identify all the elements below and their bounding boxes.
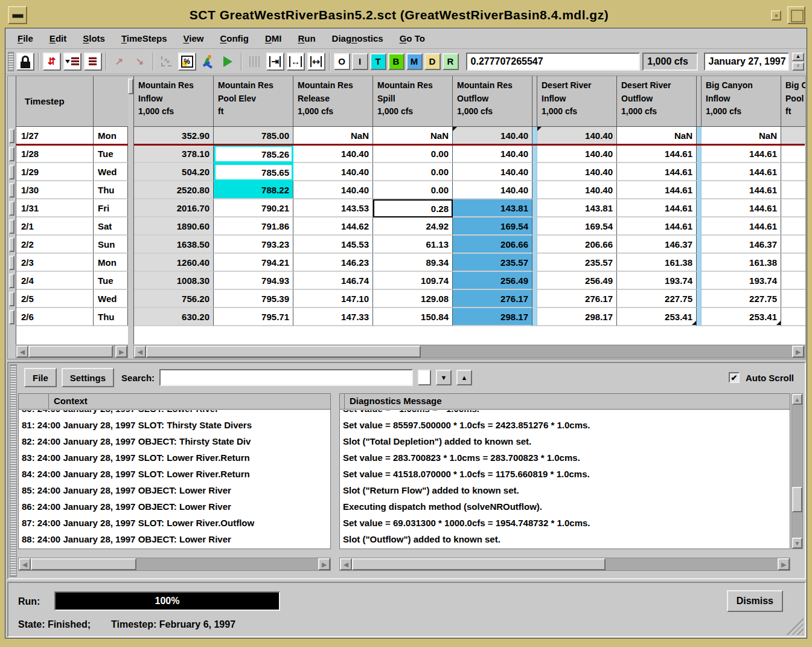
pane-splitter[interactable] [128, 76, 133, 359]
value-cell[interactable]: 140.40 [537, 163, 617, 181]
column-header-mountain-res-spill[interactable]: Mountain ResSpill1,000 cfs [373, 76, 453, 126]
value-cell[interactable]: NaN [702, 127, 781, 145]
auto-scroll-checkbox[interactable]: ✔ [729, 372, 740, 383]
value-cell[interactable]: 0 [781, 127, 805, 145]
value-cell[interactable]: 352.90 [134, 127, 214, 145]
value-cell[interactable]: 140.40 [453, 145, 532, 163]
dismiss-button[interactable]: Dismiss [727, 590, 783, 612]
column-header-mountain-res-inflow[interactable]: Mountain ResInflow1,000 cfs [134, 76, 214, 126]
value-cell[interactable]: 140.40 [293, 145, 373, 163]
column-header-big-canyon-pool-elev[interactable]: Big CanyonPool Elevft [781, 76, 805, 126]
value-cell[interactable]: NaN [373, 127, 453, 145]
value-cell[interactable]: 143.81 [453, 199, 532, 217]
scroll-right-icon[interactable]: ▶ [318, 558, 330, 570]
scroll-left-icon[interactable]: ◀ [19, 558, 31, 570]
row-handle[interactable] [9, 237, 14, 252]
value-cell[interactable]: 0.00 [373, 145, 453, 163]
timestep-day-cell[interactable]: Fri [94, 199, 128, 217]
value-cell[interactable]: 140.40 [537, 145, 617, 163]
data-hscrollbar[interactable]: ◀ ▶ [133, 345, 805, 358]
value-cell[interactable]: 169.54 [453, 217, 532, 236]
timestep-hscrollbar[interactable]: ◀ ▶ [16, 345, 128, 358]
lock-button[interactable] [16, 53, 34, 71]
timestep-date-cell[interactable]: 2/1 [16, 217, 94, 236]
resize-all-columns-button[interactable]: ⇿ [307, 53, 325, 71]
value-cell[interactable]: 144.61 [702, 199, 781, 217]
value-cell[interactable]: 0.00 [373, 163, 453, 181]
menu-item-config[interactable]: Config [220, 33, 249, 43]
window-menu-button[interactable] [8, 6, 27, 24]
menu-item-diagnostics[interactable]: Diagnostics [332, 33, 383, 43]
value-cell[interactable]: 144.61 [702, 145, 781, 163]
row-handle[interactable] [9, 292, 14, 306]
value-cell[interactable]: 0 [781, 217, 805, 236]
value-cell[interactable]: 1890.60 [134, 217, 214, 236]
message-hscrollbar[interactable]: ◀ ▶ [339, 558, 790, 571]
scroll-thumb[interactable] [146, 346, 421, 358]
timestep-day-cell[interactable]: Mon [94, 127, 128, 145]
value-cell[interactable]: 0 [781, 199, 805, 217]
message-line[interactable]: Slot ("Total Depletion") added to known … [343, 433, 790, 449]
context-line[interactable]: 87: 24:00 January 28, 1997 SLOT: Lower R… [22, 515, 330, 531]
context-line[interactable]: 81: 24:00 January 28, 1997 SLOT: Thirsty… [22, 417, 330, 433]
value-cell[interactable]: 206.66 [453, 236, 532, 254]
timestep-date-cell[interactable]: 2/5 [16, 290, 94, 308]
timestep-day-cell[interactable]: Thu [94, 308, 128, 326]
value-cell[interactable]: 256.49 [537, 272, 617, 290]
message-line[interactable]: ------ Simulation RUN FINISHED ------ [343, 547, 790, 549]
column-header-desert-river-outflow[interactable]: Desert RiverOutflow1,000 cfs [617, 76, 697, 126]
value-cell[interactable]: 794.93 [214, 272, 293, 290]
value-cell[interactable]: 0.00 [373, 181, 453, 199]
value-cell[interactable]: 144.61 [617, 217, 697, 236]
value-cell[interactable]: 144.61 [617, 199, 697, 217]
context-line[interactable]: 85: 24:00 January 28, 1997 OBJECT: Lower… [22, 482, 330, 498]
value-cell[interactable]: 146.23 [293, 254, 373, 272]
expand-button[interactable]: ↗ [110, 53, 129, 71]
value-cell[interactable]: 161.38 [702, 254, 781, 272]
flag-button-m[interactable]: M [406, 53, 423, 70]
message-line[interactable]: Slot ("Outflow") added to known set. [343, 531, 790, 547]
value-cell[interactable]: 0 [781, 290, 805, 308]
collapse-button[interactable]: ↘ [131, 53, 149, 71]
context-hscrollbar[interactable]: ◀ ▶ [18, 558, 331, 571]
menu-item-file[interactable]: File [18, 33, 33, 43]
message-header[interactable]: Diagnostics Message [345, 394, 790, 409]
value-cell[interactable]: 140.40 [293, 163, 373, 181]
value-cell[interactable]: 298.17 [453, 308, 532, 326]
value-cell[interactable]: 793.23 [214, 236, 293, 254]
timestep-day-cell[interactable]: Tue [94, 145, 128, 163]
value-cell[interactable]: 169.54 [537, 217, 617, 236]
column-header-mountain-res-outflow[interactable]: Mountain ResOutflow1,000 cfs [453, 76, 532, 126]
column-header-mountain-res-pool-elev[interactable]: Mountain ResPool Elevft [214, 76, 293, 126]
value-cell[interactable]: 785.00 [214, 127, 293, 145]
value-cell[interactable]: 129.08 [373, 290, 453, 308]
message-vscrollbar[interactable]: ▲ ▼ [791, 393, 803, 549]
message-line[interactable]: Executing dispatch method (solveNROutflo… [343, 498, 790, 515]
menu-item-slots[interactable]: Slots [83, 33, 105, 43]
value-cell[interactable]: 790.21 [214, 199, 293, 217]
scroll-right-icon[interactable]: ▶ [792, 346, 804, 358]
splitter-knob[interactable] [128, 79, 133, 94]
fit-column-button[interactable]: ⇥ [266, 53, 284, 71]
value-cell[interactable]: 276.17 [453, 290, 532, 308]
value-cell[interactable]: 630.20 [134, 308, 214, 326]
value-cell[interactable]: 1260.40 [134, 254, 214, 272]
dispatch-button[interactable]: % [178, 53, 196, 71]
value-cell[interactable]: 144.61 [702, 217, 781, 236]
date-down-button[interactable]: ▼ [792, 62, 804, 71]
diag-settings-button[interactable]: Settings [62, 368, 114, 387]
context-header[interactable]: Context [49, 394, 330, 409]
search-down-button[interactable]: ▼ [436, 370, 452, 385]
menu-item-edit[interactable]: Edit [50, 33, 66, 43]
value-cell[interactable]: 0 [781, 145, 805, 163]
start-run-button[interactable] [219, 53, 237, 71]
menu-item-dmi[interactable]: DMI [265, 33, 282, 43]
value-cell[interactable]: 143.81 [537, 199, 617, 217]
message-line[interactable]: Set value = 41518.070000 * 1.0cfs = 1175… [343, 466, 790, 482]
value-cell[interactable]: 791.86 [214, 217, 293, 236]
context-line[interactable]: 89: [22, 547, 330, 549]
timestep-day-cell[interactable]: Sun [94, 236, 128, 254]
search-clear-button[interactable] [418, 370, 431, 385]
cell-value-field[interactable]: 0.277707265547 [466, 53, 641, 71]
timestep-date-cell[interactable]: 2/6 [16, 308, 94, 326]
